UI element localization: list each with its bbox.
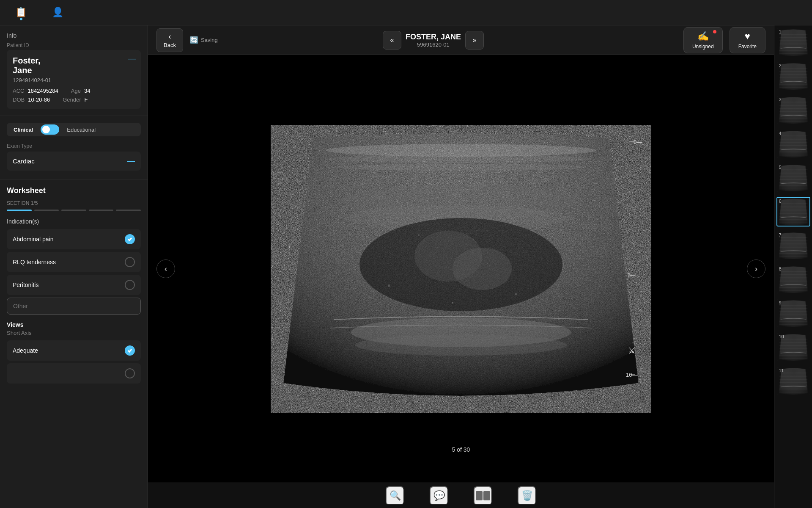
thumbnail-strip: 1234567891011	[774, 25, 812, 508]
section-label: SECTION 1/5	[7, 200, 141, 206]
patient-info-center: « FOSTER, JANE 59691620-01 »	[383, 31, 484, 50]
thumbnail-item-1[interactable]: 1	[776, 28, 810, 57]
indication-rlq-tenderness[interactable]: RLQ tenderness	[7, 252, 141, 272]
collapse-exam-button[interactable]: —	[127, 157, 135, 166]
educational-label: Educational	[63, 125, 99, 135]
patient-name-first: Foster, Jane	[13, 56, 135, 75]
svg-text:⚔: ⚔	[628, 346, 636, 355]
svg-point-21	[418, 234, 420, 236]
viewer-bottom: 🔍 💬 🗑️	[148, 483, 774, 508]
thumbnail-number-7: 7	[779, 232, 782, 237]
exam-type-row: Cardiac —	[7, 152, 141, 171]
worksheet-title: Worksheet	[7, 186, 141, 195]
sync-icon: 🔄	[190, 36, 198, 44]
center-patient-name: FOSTER, JANE	[406, 33, 461, 41]
thumbnail-canvas-6	[777, 198, 809, 226]
thumbnail-canvas-8	[777, 265, 809, 293]
clinical-label: Clinical	[10, 125, 36, 135]
thumbnail-item-2[interactable]: 2	[776, 61, 810, 91]
last-name: Jane	[13, 66, 32, 75]
thumbnail-item-10[interactable]: 10	[776, 332, 810, 362]
progress-dot-4	[89, 210, 114, 211]
progress-dot-5	[116, 210, 141, 211]
gender-item: Gender F	[63, 97, 88, 103]
progress-dot-1	[7, 210, 32, 211]
svg-point-26	[515, 293, 517, 295]
compare-tool-icon	[476, 491, 490, 500]
acc-value: 1842495284	[27, 88, 58, 94]
additional-item[interactable]	[7, 363, 141, 384]
thumbnail-item-8[interactable]: 8	[776, 265, 810, 294]
check-circle-filled-1	[125, 234, 135, 244]
thumbnail-number-3: 3	[779, 97, 782, 102]
svg-point-17	[397, 200, 398, 202]
adequate-check	[125, 345, 135, 356]
thumbnail-number-11: 11	[779, 368, 784, 373]
other-input[interactable]	[13, 303, 134, 309]
views-section: Views Short Axis Adequate	[7, 321, 141, 384]
thumbnail-number-2: 2	[779, 63, 782, 68]
thumbnail-canvas-4	[777, 130, 809, 158]
compare-tool-button[interactable]	[474, 486, 492, 505]
prev-image-button[interactable]: ‹	[156, 260, 175, 278]
mode-toggle[interactable]	[41, 124, 59, 135]
exam-type-label: Exam Type	[7, 143, 141, 149]
toggle-section: Clinical Educational Exam Type Cardiac —	[0, 116, 148, 179]
thumbnail-canvas-5	[777, 164, 809, 192]
dob-value: 10-20-86	[28, 97, 50, 103]
info-icon: 📋	[15, 7, 27, 18]
dob-label: DOB	[13, 97, 25, 103]
svg-point-27	[545, 310, 546, 312]
thumbnail-number-4: 4	[779, 131, 782, 136]
indication-peritonitis[interactable]: Peritonitis	[7, 275, 141, 295]
svg-point-22	[473, 239, 475, 240]
adequate-item[interactable]: Adequate	[7, 340, 141, 361]
dob-item: DOB 10-20-86	[13, 97, 50, 103]
thumbnail-item-3[interactable]: 3	[776, 95, 810, 125]
prev-patient-button[interactable]: «	[383, 31, 401, 50]
thumbnail-item-5[interactable]: 5	[776, 163, 810, 193]
views-title: Views	[7, 321, 141, 328]
thumbnail-number-1: 1	[779, 29, 782, 34]
thumbnail-item-9[interactable]: 9	[776, 298, 810, 328]
indication-abdominal-pain[interactable]: Abdominal pain	[7, 229, 141, 249]
additional-check	[125, 368, 135, 378]
thumbnail-number-6: 6	[779, 199, 782, 204]
check-circle-empty-2	[125, 257, 135, 267]
thumbnail-item-6[interactable]: 6	[776, 197, 810, 226]
collapse-patient-button[interactable]: —	[128, 54, 136, 63]
patient-id-label: Patient ID	[7, 42, 141, 48]
unsigned-button[interactable]: ✍️ Unsigned	[683, 27, 723, 53]
gender-label: Gender	[63, 97, 81, 103]
comment-tool-button[interactable]: 💬	[430, 486, 448, 505]
adequate-text: Adequate	[13, 347, 38, 354]
favorite-button[interactable]: ♥ Favorite	[730, 27, 765, 53]
comment-tool-icon: 💬	[433, 490, 445, 501]
delete-tool-button[interactable]: 🗑️	[518, 486, 536, 505]
thumbnail-number-8: 8	[779, 266, 782, 271]
next-patient-button[interactable]: »	[465, 31, 484, 50]
next-image-button[interactable]: ›	[747, 260, 765, 278]
patient-name-center: FOSTER, JANE 59691620-01	[406, 33, 461, 48]
search-tool-button[interactable]: 🔍	[386, 486, 404, 505]
indication-text-1: Abdominal pain	[13, 236, 54, 243]
thumbnail-item-11[interactable]: 11	[776, 366, 810, 396]
svg-point-18	[439, 192, 441, 193]
sidebar-info-section: Info Patient ID — Foster, Jane 129491402…	[0, 25, 148, 116]
thumbnail-canvas-3	[777, 96, 809, 124]
svg-point-10	[355, 334, 567, 356]
main-content: Info Patient ID — Foster, Jane 129491402…	[0, 25, 812, 508]
back-button[interactable]: ‹ Back	[156, 28, 183, 52]
age-item: Age 34	[71, 88, 91, 94]
thumbnail-item-4[interactable]: 4	[776, 129, 810, 159]
patient-meta-2: DOB 10-20-86 Gender F	[13, 97, 135, 103]
tab-person[interactable]: 👤	[44, 3, 72, 22]
ultrasound-image: 0— 5— 10— ⚔	[271, 125, 651, 413]
worksheet-section: Worksheet SECTION 1/5 Indication(s) Abdo…	[0, 179, 148, 393]
acc-item: ACC 1842495284	[13, 88, 58, 94]
tab-info[interactable]: 📋	[7, 3, 35, 22]
thumbnail-item-7[interactable]: 7	[776, 231, 810, 260]
gender-value: F	[85, 97, 88, 103]
svg-point-2	[330, 155, 592, 163]
thumbnail-canvas-7	[777, 232, 809, 260]
